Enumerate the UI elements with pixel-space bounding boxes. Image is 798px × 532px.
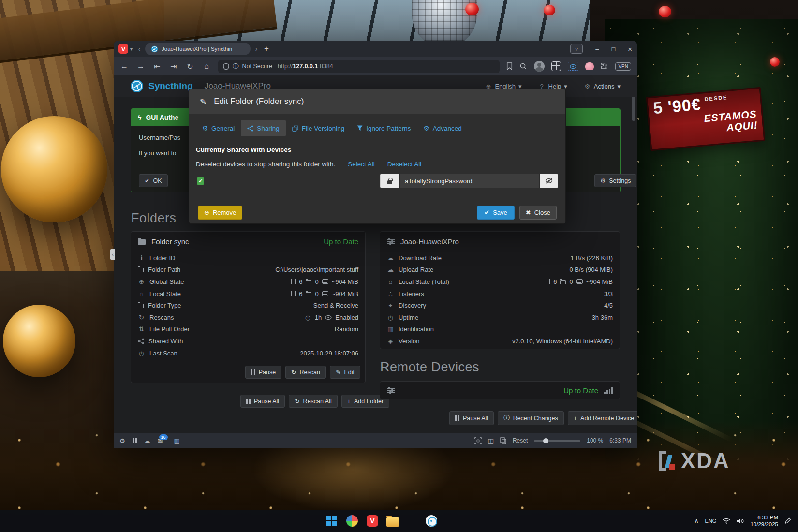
taskbar-syncthing-tray[interactable] (425, 514, 438, 528)
profile-avatar[interactable] (534, 61, 545, 72)
fast-forward-icon[interactable]: ⇥ (169, 62, 178, 71)
recent-changes-button[interactable]: ⓘRecent Changes (498, 411, 564, 425)
extensions-puzzle-icon[interactable] (601, 62, 608, 70)
remove-button[interactable]: ⊖ Remove (198, 206, 242, 220)
sync-cloud-icon[interactable]: ☁ (144, 437, 150, 444)
maximize-button[interactable]: □ (611, 45, 615, 53)
vpn-button[interactable]: VPN (615, 62, 631, 71)
banner-ok-button[interactable]: ✔ OK (139, 174, 168, 187)
pause-all-button[interactable]: Pause All (240, 395, 285, 408)
device-checkbox[interactable]: ✔ (197, 177, 204, 185)
home-icon[interactable]: ⌂ (202, 62, 211, 71)
url-scheme: http:// (278, 63, 293, 70)
select-all-link[interactable]: Select All (348, 161, 375, 168)
vivaldi-menu-caret-icon[interactable]: ▾ (130, 46, 133, 52)
windows-ink-pen-icon[interactable] (784, 517, 791, 524)
share-icon (138, 338, 144, 344)
row-identification: ▦Identification (380, 324, 620, 336)
new-tab-button[interactable]: + (264, 44, 269, 54)
tray-chevron-up-icon[interactable]: ∧ (695, 517, 699, 524)
syncthing-page: Syncthing Joao-HuaweiXPro ⊕ English ▾ ? … (114, 75, 637, 433)
close-button[interactable]: × (628, 45, 632, 53)
rescan-button[interactable]: ↻Rescan (285, 366, 326, 379)
shield-icon[interactable] (223, 63, 229, 70)
password-input[interactable]: aTotallyStrongPassword (399, 174, 540, 188)
this-device-panel[interactable]: Joao-HuaweiXPro ☁Download Rate 1 B/s (22… (380, 231, 620, 349)
gift-icon[interactable] (551, 61, 561, 71)
language-indicator[interactable]: ENG (705, 518, 717, 524)
tab-general[interactable]: ⚙ General (196, 120, 241, 136)
tab-scroll-right-icon[interactable]: › (252, 45, 260, 53)
info-icon: ⓘ (503, 414, 510, 422)
globe-icon: ⊕ (138, 278, 145, 285)
deselect-instruction: Deselect devices to stop sharing this fo… (196, 161, 335, 168)
row-upload-rate: ☁Upload Rate 0 B/s (904 MiB) (380, 264, 620, 276)
site-info-icon[interactable]: ⓘ (233, 62, 239, 71)
calendar-icon[interactable]: ▦ (174, 437, 180, 444)
capture-icon[interactable] (474, 437, 482, 444)
taskbar-clock[interactable]: 6:33 PM 10/29/2025 (750, 514, 778, 528)
taskbar-app-colorful[interactable] (345, 514, 359, 528)
modal-tabs: ⚙ General Sharing File Versioning Ignore… (196, 120, 468, 136)
rewind-icon[interactable]: ⇤ (152, 62, 162, 71)
tab-scroll-left-icon[interactable]: ‹ (135, 45, 143, 53)
row-folder-id: ℹFolder ID (131, 252, 365, 264)
vivaldi-menu-icon[interactable]: V (118, 44, 128, 54)
bookmark-icon[interactable] (506, 62, 513, 70)
reader-view-icon[interactable]: ◫ (488, 437, 494, 444)
xda-logo-text: XDA (681, 449, 730, 473)
save-button[interactable]: ✔ Save (477, 206, 515, 220)
modal-header: ✎ Edit Folder (Folder sync) (189, 89, 565, 114)
folders-footer-buttons: Pause All ↻Rescan All +Add Folder (240, 395, 389, 408)
search-icon[interactable] (519, 62, 527, 70)
syncthing-favicon (151, 45, 158, 53)
mail-icon[interactable]: ✉ 16 (158, 437, 163, 444)
zoom-slider-knob[interactable] (543, 438, 548, 443)
tab-file-versioning[interactable]: File Versioning (286, 120, 351, 136)
tab-advanced[interactable]: ⚙ Advanced (417, 120, 468, 136)
forward-icon[interactable]: → (136, 62, 146, 71)
folder-type-icon (138, 304, 144, 308)
taskbar-vivaldi[interactable]: V (366, 514, 379, 528)
gear-icon: ⚙ (202, 124, 208, 132)
lightning-icon: ϟ (138, 114, 141, 121)
clock-icon: ◷ (387, 314, 394, 321)
edit-button[interactable]: ✎Edit (330, 366, 360, 379)
tab-bar: V ▾ ‹ Joao-HuaweiXPro | Syncthin › + ▿ –… (114, 41, 637, 57)
break-mode-icon[interactable] (133, 438, 137, 443)
page-actions-eye-icon[interactable] (568, 62, 578, 71)
pause-button[interactable]: Pause (245, 366, 281, 379)
brain-extension-icon[interactable] (585, 62, 594, 70)
address-bar[interactable]: ⓘ Not Secure http://127.0.0.1:8384 (218, 60, 500, 73)
tab-stack-toggle[interactable]: ▿ (570, 44, 583, 54)
folder-panel[interactable]: Folder sync Up to Date ℹFolder ID Folder… (131, 231, 366, 383)
banner-settings-button[interactable]: ⚙ Settings (594, 174, 636, 187)
actions-menu[interactable]: ⚙ Actions ▾ (584, 83, 621, 90)
tab-syncthing[interactable]: Joao-HuaweiXPro | Syncthin (145, 43, 251, 55)
remote-device-panel[interactable]: Up to Date (380, 381, 620, 399)
add-remote-device-button[interactable]: +Add Remote Device (568, 411, 637, 425)
remote-pause-all-button[interactable]: Pause All (449, 411, 494, 425)
minimize-button[interactable]: – (595, 45, 599, 53)
row-rescans: ↻Rescans ◷1h Enabled (131, 311, 365, 324)
volume-icon[interactable] (737, 518, 744, 524)
rescan-all-button[interactable]: ↻Rescan All (289, 395, 338, 408)
taskbar-file-explorer[interactable] (386, 514, 399, 528)
plus-icon: + (347, 398, 351, 405)
page-tiling-icon[interactable] (500, 437, 506, 444)
zoom-reset-button[interactable]: Reset (513, 437, 528, 444)
tab-ignore-patterns[interactable]: Ignore Patterns (351, 120, 417, 136)
reload-icon[interactable]: ↻ (185, 62, 195, 71)
toggle-password-visibility-button[interactable] (540, 174, 558, 188)
banner-line1: Username/Pas (139, 134, 180, 141)
panel-collapse-handle[interactable]: ‹ (110, 249, 115, 260)
tab-sharing[interactable]: Sharing (241, 120, 286, 136)
modal-close-button[interactable]: ✖ Close (519, 206, 557, 220)
settings-gear-icon[interactable]: ⚙ (119, 437, 125, 444)
rescan-icon: ↻ (291, 369, 296, 376)
deselect-all-link[interactable]: Deselect All (387, 161, 422, 168)
back-icon[interactable]: ← (119, 62, 129, 71)
start-button[interactable] (325, 514, 339, 528)
zoom-slider[interactable] (534, 440, 580, 442)
wifi-icon[interactable] (723, 518, 730, 524)
